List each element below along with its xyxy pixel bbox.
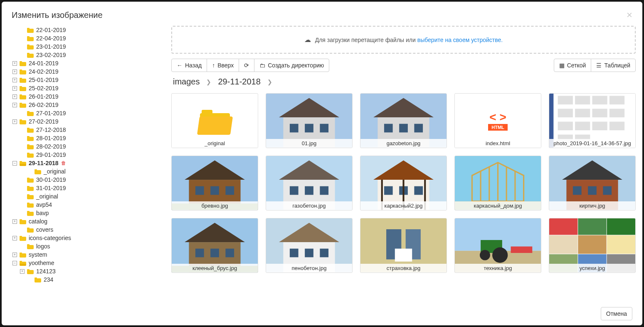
tree-label: 29-01-2019: [36, 151, 66, 158]
folder-icon: [20, 252, 26, 258]
tree-item[interactable]: bavp: [20, 210, 168, 216]
tree-label: 26-01-2019: [29, 93, 59, 100]
expand-icon[interactable]: +: [12, 236, 17, 240]
close-button[interactable]: ×: [627, 9, 632, 21]
tree-item[interactable]: 31-01-2019: [20, 185, 168, 191]
tree-item[interactable]: +25-01-2019: [12, 77, 168, 83]
folder-icon: [27, 152, 34, 158]
file-item[interactable]: 01.jpg: [266, 93, 353, 148]
tree-item[interactable]: 30-01-2019: [20, 176, 168, 183]
collapse-icon[interactable]: −: [12, 161, 17, 166]
tree-item[interactable]: +26-02-2019: [12, 102, 168, 108]
expand-icon[interactable]: +: [12, 253, 17, 257]
upload-dropzone[interactable]: ☁ Для загрузки перетащите файлы или выбе…: [171, 26, 636, 54]
folder-tree-sidebar[interactable]: 22-01-201922-04-201923-01-201923-02-2019…: [5, 26, 168, 302]
file-item[interactable]: газобетон.jpg: [266, 156, 353, 211]
up-button[interactable]: ↑Вверх: [207, 59, 239, 72]
file-item[interactable]: каркасный_дом.jpg: [454, 156, 541, 211]
tree-item[interactable]: logos: [20, 243, 168, 250]
file-label: успехи.jpg: [549, 264, 635, 272]
tree-item[interactable]: +26-01-2019: [12, 93, 168, 100]
expand-icon[interactable]: +: [12, 61, 17, 66]
tree-item[interactable]: +catalog: [12, 218, 168, 225]
tree-item[interactable]: +icons-categories: [12, 235, 168, 241]
breadcrumb-item[interactable]: 29-11-2018: [218, 77, 260, 87]
file-item[interactable]: кирпич.jpg: [549, 156, 636, 211]
expand-icon[interactable]: +: [12, 219, 17, 224]
tree-item[interactable]: +25-02-2019: [12, 85, 168, 92]
dropzone-browse-link[interactable]: выберите на своем устройстве.: [417, 37, 503, 43]
refresh-button[interactable]: ⟳: [239, 59, 254, 72]
file-label: пенобетон.jpg: [266, 264, 352, 272]
tree-item[interactable]: 22-01-2019: [20, 27, 168, 33]
file-item[interactable]: пенобетон.jpg: [266, 218, 353, 273]
expand-icon[interactable]: +: [12, 119, 17, 124]
file-item[interactable]: < >HTMLindex.html: [454, 93, 541, 148]
file-item[interactable]: photo_2019-01-16_14-36-57.jpg: [549, 93, 636, 148]
file-item[interactable]: техника.jpg: [454, 218, 541, 273]
tree-item[interactable]: +24-01-2019: [12, 60, 168, 67]
file-item[interactable]: бревно.jpg: [171, 156, 258, 211]
tree-item[interactable]: 234: [27, 276, 168, 283]
tree-item[interactable]: 22-04-2019: [20, 35, 168, 42]
tree-item[interactable]: _original: [27, 168, 168, 175]
table-view-button[interactable]: ☰Таблицей: [591, 59, 636, 72]
create-directory-button[interactable]: 🗀Создать директорию: [254, 59, 329, 72]
back-button[interactable]: ←Назад: [171, 59, 207, 72]
svg-rect-15: [575, 96, 590, 105]
tree-item[interactable]: 27-01-2019: [20, 110, 168, 116]
tree-item[interactable]: +27-02-2019: [12, 118, 168, 125]
tree-item[interactable]: 29-01-2019: [20, 151, 168, 158]
folder-icon: [20, 119, 26, 124]
tree-item[interactable]: 27-12-2018: [20, 126, 168, 133]
tree-label: 124123: [36, 268, 56, 275]
expand-icon[interactable]: +: [12, 103, 17, 107]
tree-item[interactable]: 23-02-2019: [20, 52, 168, 58]
svg-rect-3: [290, 124, 299, 133]
tree-item[interactable]: _original: [20, 193, 168, 200]
tree-item[interactable]: −29-11-2018🗑: [12, 160, 168, 166]
file-item[interactable]: клееный_брус.jpg: [171, 218, 258, 273]
folder-item[interactable]: _original: [171, 93, 258, 148]
tree-item[interactable]: covers: [20, 226, 168, 233]
delete-icon[interactable]: 🗑: [61, 160, 66, 166]
file-item[interactable]: страховка.jpg: [360, 218, 447, 273]
svg-rect-90: [549, 235, 577, 254]
expand-icon[interactable]: +: [20, 269, 25, 274]
tree-label: 31-01-2019: [36, 185, 66, 191]
folder-icon: [20, 94, 26, 99]
tree-item[interactable]: avp54: [20, 201, 168, 208]
file-item[interactable]: успехи.jpg: [549, 218, 636, 273]
file-item[interactable]: каркасный2.jpg: [360, 156, 447, 211]
chevron-right-icon: ❯: [267, 79, 272, 85]
tree-item[interactable]: +124123: [20, 268, 168, 275]
svg-rect-88: [578, 218, 606, 235]
expand-icon[interactable]: +: [12, 78, 17, 82]
file-item[interactable]: gazobeton.jpg: [360, 93, 447, 148]
tree-item[interactable]: +system: [12, 251, 168, 258]
tree-item[interactable]: 28-01-2019: [20, 135, 168, 141]
svg-rect-16: [592, 96, 607, 105]
file-grid: _original 01.jpg gazobeton.jpg< >HTMLind…: [171, 93, 636, 273]
svg-rect-31: [195, 186, 204, 195]
tree-item[interactable]: 28-02-2019: [20, 143, 168, 150]
tree-item[interactable]: +24-02-2019: [12, 68, 168, 75]
expand-icon[interactable]: +: [12, 69, 17, 74]
grid-view-button[interactable]: ▦Сеткой: [554, 59, 592, 72]
tree-item[interactable]: −yootheme: [12, 260, 168, 266]
dropzone-text: Для загрузки перетащите файлы или: [315, 37, 417, 43]
breadcrumb-item[interactable]: images: [173, 77, 200, 87]
svg-rect-18: [558, 109, 573, 118]
svg-rect-69: [225, 249, 234, 258]
folder-icon: [27, 177, 34, 183]
expand-icon[interactable]: +: [12, 86, 17, 91]
folder-icon: [27, 243, 34, 249]
folder-icon: [20, 235, 26, 241]
tree-label: 28-01-2019: [36, 135, 66, 141]
folder-icon: [35, 168, 41, 174]
tree-item[interactable]: 23-01-2019: [20, 43, 168, 50]
expand-icon[interactable]: +: [12, 94, 17, 99]
collapse-icon[interactable]: −: [12, 261, 17, 265]
cancel-button[interactable]: Отмена: [601, 307, 632, 320]
svg-rect-92: [607, 235, 635, 254]
